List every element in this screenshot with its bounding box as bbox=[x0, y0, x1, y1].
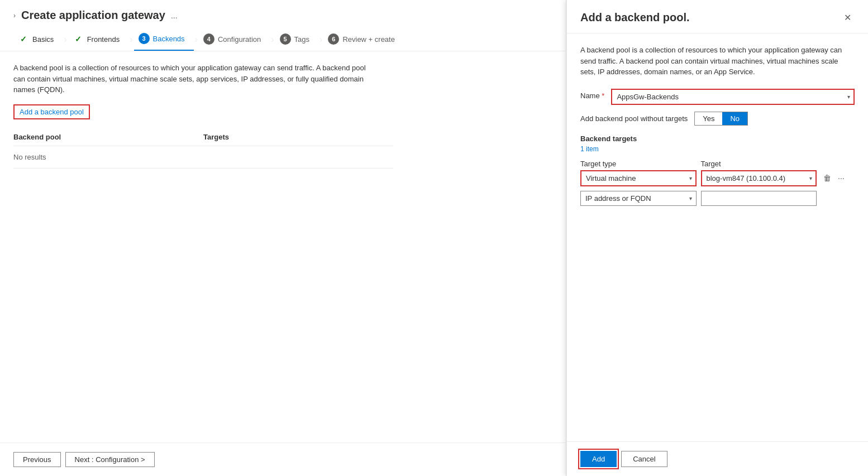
col-targets: Targets bbox=[203, 133, 393, 141]
step-sep-5: › bbox=[319, 35, 322, 45]
wizard-footer: Previous Next : Configuration > bbox=[0, 443, 566, 476]
step-check-frontends: ✓ bbox=[73, 33, 84, 45]
step-label-tags: Tags bbox=[294, 35, 309, 44]
side-panel-header: Add a backend pool. ✕ bbox=[567, 0, 868, 33]
page-title: Create application gateway bbox=[21, 9, 165, 22]
wizard-step-backends[interactable]: 3 Backends bbox=[134, 28, 194, 51]
target-type-select-wrapper: Virtual machine IP address or FQDN App S… bbox=[580, 170, 697, 186]
name-form-group: Name * ▾ bbox=[580, 89, 855, 105]
toggle-yes[interactable]: Yes bbox=[695, 112, 722, 125]
next-button[interactable]: Next : Configuration > bbox=[65, 452, 155, 467]
page-header: › Create application gateway ... bbox=[0, 0, 566, 22]
content-area: A backend pool is a collection of resour… bbox=[0, 51, 566, 443]
target-type-2-select[interactable]: IP address or FQDN Virtual machine App S… bbox=[580, 191, 697, 206]
step-sep-2: › bbox=[130, 35, 132, 45]
target-select[interactable]: blog-vm847 (10.100.0.4) bbox=[701, 170, 817, 186]
step-sep-4: › bbox=[271, 35, 274, 45]
step-sep-3: › bbox=[195, 35, 198, 45]
backends-description: A backend pool is a collection of resour… bbox=[13, 62, 376, 95]
target-col-headers: Target type Target bbox=[580, 160, 855, 168]
toggle-description: Add backend pool without targets bbox=[580, 114, 688, 123]
toggle-group: Yes No bbox=[694, 112, 748, 126]
step-label-frontends: Frontends bbox=[87, 35, 120, 44]
target-type-col-header: Target type bbox=[580, 160, 697, 168]
toggle-row: Add backend pool without targets Yes No bbox=[580, 112, 855, 126]
step-check-basics: ✓ bbox=[18, 33, 29, 45]
wizard-step-basics[interactable]: ✓ Basics bbox=[13, 29, 63, 50]
wizard-steps: ✓ Basics › ✓ Frontends › 3 Backends › 4 … bbox=[0, 22, 566, 51]
name-label: Name * bbox=[580, 92, 604, 100]
target-type-select[interactable]: Virtual machine IP address or FQDN App S… bbox=[580, 170, 697, 186]
items-count: 1 item bbox=[580, 145, 855, 153]
table-header: Backend pool Targets bbox=[13, 128, 393, 146]
side-panel: Add a backend pool. ✕ A backend pool is … bbox=[566, 0, 868, 476]
wizard-step-configuration[interactable]: 4 Configuration bbox=[199, 29, 270, 50]
step-label-backends: Backends bbox=[153, 35, 185, 43]
main-panel: › Create application gateway ... ✓ Basic… bbox=[0, 0, 566, 476]
step-num-tags: 5 bbox=[280, 33, 291, 45]
side-panel-content: A backend pool is a collection of resour… bbox=[567, 33, 868, 441]
page-options-button[interactable]: ... bbox=[171, 11, 178, 20]
target-select-wrapper: blog-vm847 (10.100.0.4) ▾ bbox=[701, 170, 817, 186]
step-num-backends: 3 bbox=[139, 33, 150, 44]
target-col-header: Target bbox=[701, 160, 817, 168]
previous-button[interactable]: Previous bbox=[13, 452, 61, 467]
target-2-input[interactable] bbox=[701, 191, 817, 206]
wizard-step-frontends[interactable]: ✓ Frontends bbox=[68, 29, 129, 50]
step-sep-1: › bbox=[64, 35, 66, 45]
target-row-1: Virtual machine IP address or FQDN App S… bbox=[580, 170, 855, 186]
toggle-no[interactable]: No bbox=[722, 112, 747, 125]
step-label-review: Review + create bbox=[342, 35, 395, 44]
side-panel-footer: Add Cancel bbox=[567, 441, 868, 476]
more-target-button[interactable]: ··· bbox=[836, 172, 847, 184]
backend-targets-title: Backend targets bbox=[580, 134, 855, 143]
col-backend-pool: Backend pool bbox=[13, 133, 203, 141]
step-num-review: 6 bbox=[328, 33, 339, 45]
cancel-button[interactable]: Cancel bbox=[621, 451, 667, 467]
delete-target-button[interactable]: 🗑 bbox=[821, 172, 833, 184]
target-row-2: IP address or FQDN Virtual machine App S… bbox=[580, 191, 855, 206]
step-label-basics: Basics bbox=[32, 35, 54, 44]
wizard-step-review[interactable]: 6 Review + create bbox=[323, 29, 404, 50]
no-results-row: No results bbox=[13, 146, 393, 169]
name-required-indicator: * bbox=[602, 92, 604, 100]
wizard-step-tags[interactable]: 5 Tags bbox=[275, 29, 318, 50]
add-backend-pool-button[interactable]: Add a backend pool bbox=[13, 104, 90, 119]
name-input[interactable] bbox=[611, 89, 855, 105]
name-input-wrapper: ▾ bbox=[611, 89, 855, 105]
add-button[interactable]: Add bbox=[580, 451, 617, 467]
target-row-actions: 🗑 ··· bbox=[821, 172, 855, 184]
step-num-configuration: 4 bbox=[203, 33, 214, 45]
panel-description: A backend pool is a collection of resour… bbox=[580, 45, 855, 78]
side-panel-title: Add a backend pool. bbox=[580, 11, 690, 24]
target-type-2-select-wrapper: IP address or FQDN Virtual machine App S… bbox=[580, 191, 697, 206]
breadcrumb-chevron: › bbox=[13, 12, 16, 20]
side-panel-close-button[interactable]: ✕ bbox=[841, 11, 855, 24]
step-label-configuration: Configuration bbox=[218, 35, 261, 44]
